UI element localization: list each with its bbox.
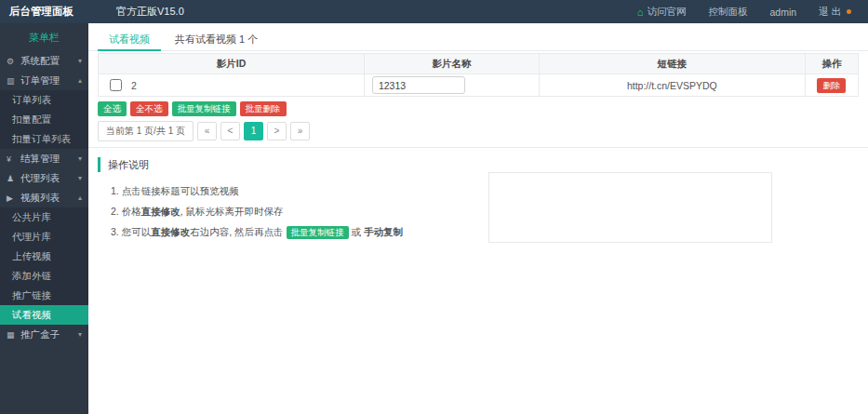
sidebar-item-deduction-order-list[interactable]: 扣量订单列表 <box>0 129 88 149</box>
instructions-panel: 操作说明 1. 点击链接标题可以预览视频 2. 价格直接修改, 鼠标光标离开即时… <box>88 147 868 361</box>
trial-video-count-label: 共有试看视频 1 个 <box>164 31 269 51</box>
batch-actions: 全选 全不选 批量复制链接 批量删除 <box>98 101 859 116</box>
col-header-action: 操作 <box>805 54 858 74</box>
video-id-cell: 2 <box>99 74 365 97</box>
sidebar-item-video-list[interactable]: ▶ 视频列表 ▴ <box>0 188 88 207</box>
home-icon: ⌂ <box>637 7 644 18</box>
trial-video-table: 影片ID 影片名称 短链接 操作 2 http://t.cn/EVSPYDQ <box>98 53 859 97</box>
logout-label: 退 出 <box>819 6 841 19</box>
box-icon: ▦ <box>7 326 18 344</box>
sidebar-item-agent-list[interactable]: ♟ 代理列表 ▾ <box>0 168 88 188</box>
sidebar-item-agent-library[interactable]: 代理片库 <box>0 227 88 247</box>
sidebar: 菜单栏 ⚙ 系统配置 ▾ ▥ 订单管理 ▴ 订单列表 扣量配置 扣量订单列表 ¥… <box>0 23 88 414</box>
sidebar-item-add-external-link[interactable]: 添加外链 <box>0 266 88 286</box>
step-3-bold-text: 直接修改 <box>151 226 190 237</box>
short-link[interactable]: http://t.cn/EVSPYDQ <box>627 80 717 91</box>
col-header-video-name: 影片名称 <box>364 54 539 74</box>
chevron-down-icon: ▾ <box>78 168 82 188</box>
pagination-first-button[interactable]: « <box>197 122 217 140</box>
video-icon: ▶ <box>7 189 18 207</box>
pagination-summary: 当前第 1 页/共 1 页 <box>98 121 194 141</box>
sidebar-item-label: 扣量配置 <box>12 114 51 125</box>
visit-site-link[interactable]: ⌂ 访问官网 <box>637 6 687 19</box>
sidebar-item-promo-link[interactable]: 推广链接 <box>0 286 88 305</box>
sidebar-item-settlement-mgmt[interactable]: ¥ 结算管理 ▾ <box>0 149 88 168</box>
pagination: 当前第 1 页/共 1 页 « < 1 > » <box>98 121 859 141</box>
chevron-up-icon: ▴ <box>78 71 82 90</box>
short-link-cell: http://t.cn/EVSPYDQ <box>539 74 805 97</box>
chevron-down-icon: ▾ <box>78 51 82 71</box>
sidebar-item-label: 视频列表 <box>20 192 60 203</box>
video-name-cell <box>364 74 539 97</box>
sidebar-item-system-config[interactable]: ⚙ 系统配置 ▾ <box>0 51 88 71</box>
sidebar-header: 菜单栏 <box>0 23 88 51</box>
sidebar-item-order-list[interactable]: 订单列表 <box>0 90 88 110</box>
user-icon: ♟ <box>7 169 18 188</box>
copy-links-button-example: 批量复制链接 <box>287 226 349 239</box>
app-title: 后台管理面板 <box>0 5 88 19</box>
pagination-page-1-button[interactable]: 1 <box>244 122 263 140</box>
pagination-prev-button[interactable]: < <box>220 122 240 140</box>
step-3-bold-text: 手动复制 <box>364 226 403 237</box>
video-id-value: 2 <box>131 80 137 91</box>
yen-icon: ¥ <box>7 150 18 168</box>
step-2-bold-text: 直接修改 <box>141 206 180 217</box>
chevron-down-icon: ▾ <box>78 325 82 344</box>
tab-bar: 试看视频 共有试看视频 1 个 <box>88 23 868 51</box>
sidebar-item-label: 代理片库 <box>12 231 51 242</box>
sidebar-item-label: 订单列表 <box>12 94 51 105</box>
pagination-next-button[interactable]: > <box>267 122 287 140</box>
step-3-text: 右边内容, 然后再点击 <box>190 226 283 237</box>
video-name-input[interactable] <box>372 76 465 94</box>
col-header-video-id: 影片ID <box>99 54 365 74</box>
row-select-checkbox[interactable] <box>110 79 122 91</box>
sidebar-item-label: 代理列表 <box>20 172 60 183</box>
bar-chart-icon: ▥ <box>7 72 18 90</box>
topbar: 后台管理面板 官方正版V15.0 ⌂ 访问官网 控制面板 admin 退 出 <box>0 0 868 23</box>
action-cell: 删除 <box>805 74 858 97</box>
chevron-down-icon: ▾ <box>78 149 82 168</box>
sidebar-item-upload-video[interactable]: 上传视频 <box>0 247 88 266</box>
chevron-up-icon: ▴ <box>78 188 82 207</box>
control-panel-label: 控制面板 <box>708 6 747 19</box>
sidebar-item-label: 订单管理 <box>20 74 60 86</box>
sidebar-item-trial-video[interactable]: 试看视频 <box>0 305 88 325</box>
select-none-button[interactable]: 全不选 <box>130 101 168 116</box>
batch-delete-button[interactable]: 批量删除 <box>240 101 287 116</box>
delete-button[interactable]: 删除 <box>817 78 846 93</box>
sidebar-item-label: 试看视频 <box>12 309 51 320</box>
username-menu[interactable]: admin <box>769 7 796 18</box>
col-header-short-link: 短链接 <box>539 54 805 74</box>
select-all-button[interactable]: 全选 <box>98 101 127 116</box>
pagination-last-button[interactable]: » <box>290 122 310 140</box>
gear-icon: ⚙ <box>7 52 18 71</box>
main-content: 试看视频 共有试看视频 1 个 影片ID 影片名称 短链接 操作 2 <box>88 23 868 414</box>
sidebar-item-label: 添加外链 <box>12 270 51 281</box>
logout-link[interactable]: 退 出 <box>819 6 851 19</box>
sidebar-item-label: 上传视频 <box>12 250 51 261</box>
sidebar-item-promo-box[interactable]: ▦ 推广盒子 ▾ <box>0 325 88 344</box>
instructions-title: 操作说明 <box>98 157 859 172</box>
control-panel-link[interactable]: 控制面板 <box>708 6 747 19</box>
batch-copy-links-button[interactable]: 批量复制链接 <box>172 101 236 116</box>
sidebar-item-label: 系统配置 <box>20 55 60 66</box>
version-label: 官方正版V15.0 <box>116 5 184 19</box>
username-label: admin <box>769 7 796 18</box>
sidebar-item-order-mgmt[interactable]: ▥ 订单管理 ▴ <box>0 71 88 90</box>
step-3-text: 3. 您可以 <box>111 226 151 237</box>
step-3-text: 或 <box>352 226 362 237</box>
sidebar-item-label: 推广链接 <box>12 289 51 300</box>
copied-links-textarea[interactable] <box>488 172 772 243</box>
table-row: 2 http://t.cn/EVSPYDQ 删除 <box>99 74 859 97</box>
sidebar-item-label: 结算管理 <box>20 153 60 164</box>
sidebar-item-label: 扣量订单列表 <box>12 133 71 144</box>
tab-trial-video[interactable]: 试看视频 <box>98 31 161 51</box>
logout-status-dot-icon <box>847 9 851 14</box>
sidebar-item-label: 公共片库 <box>12 211 51 222</box>
visit-site-label: 访问官网 <box>647 6 686 19</box>
sidebar-item-deduction-config[interactable]: 扣量配置 <box>0 110 88 129</box>
sidebar-item-public-library[interactable]: 公共片库 <box>0 207 88 227</box>
step-2-text: , 鼠标光标离开即时保存 <box>180 206 284 217</box>
step-2-text: 2. 价格 <box>111 206 141 217</box>
topbar-links: ⌂ 访问官网 控制面板 admin 退 出 <box>637 6 868 19</box>
